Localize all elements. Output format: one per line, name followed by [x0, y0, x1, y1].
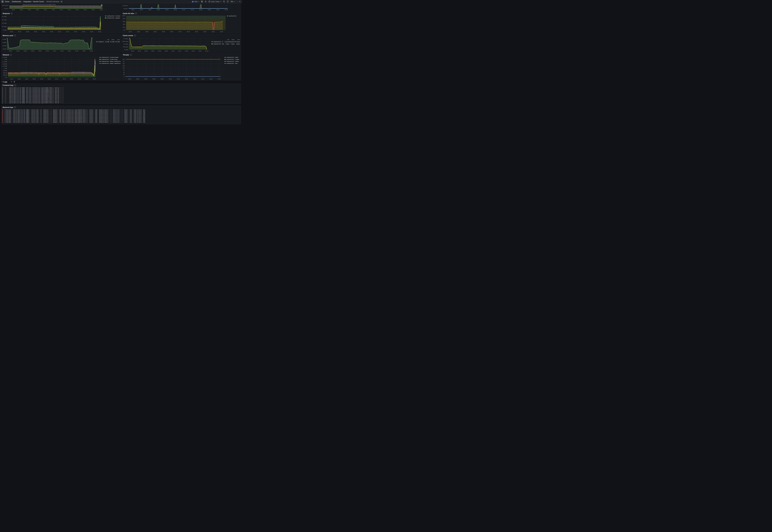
panel-sessions[interactable]: 0.2 sess/s0 sess/s08:4008:4508:5008:5509… [121, 3, 241, 11]
log-row[interactable]: >::1 - - [28/Jul/2023:13:37:30 +0000] "G… [2, 102, 240, 103]
log-expand-icon[interactable]: > [3, 95, 4, 96]
collapse-topbar-icon[interactable] [239, 1, 241, 2]
log-expand-icon[interactable]: > [3, 112, 4, 113]
log-expand-icon[interactable]: > [3, 122, 4, 123]
log-row[interactable]: >::1 - - [28/Jul/2023:13:37:30 +0000] "G… [2, 91, 240, 92]
refresh-button[interactable] [227, 1, 229, 2]
log-row[interactable]: >::1 - - [28/Jul/2023:13:37:30 +0000] "G… [2, 88, 240, 90]
log-row[interactable]: >{"Timestamp": "[28/Jul/2023:13:37:30 +0… [2, 120, 240, 122]
log-row[interactable]: >::1 - - [28/Jul/2023:13:37:30 +0000] "G… [2, 98, 240, 100]
info-icon[interactable]: i [130, 54, 132, 56]
log-expand-icon[interactable]: > [3, 88, 4, 90]
breadcrumb-dashboards[interactable]: Dashboards [12, 1, 21, 2]
log-row[interactable]: >{"Timestamp": "[28/Jul/2023:13:37:30 +0… [2, 114, 240, 115]
log-expand-icon[interactable]: > [3, 119, 4, 120]
legend-item[interactable]: localhost:9131 - default - Backend body [99, 62, 120, 64]
panel-header-cache-events[interactable]: Cache events i [122, 34, 241, 36]
log-row[interactable]: >::1 - - [28/Jul/2023:13:37:30 +0000] "G… [2, 90, 240, 91]
log-row[interactable]: >{"Timestamp": "[28/Jul/2023:13:37:30 +0… [2, 122, 240, 123]
save-dashboard-icon[interactable] [201, 1, 203, 2]
log-expand-icon[interactable]: > [3, 109, 4, 110]
log-row[interactable]: >{"Timestamp": "[28/Jul/2023:13:37:30 +0… [2, 110, 240, 112]
breadcrumb-folder[interactable]: Integration - Varnish Cache [23, 1, 44, 2]
log-row[interactable]: >{"Timestamp": "[28/Jul/2023:13:37:30 +0… [2, 119, 240, 120]
legend-item[interactable]: localhost:9131 - Failed [224, 56, 240, 58]
log-expand-icon[interactable]: > [3, 115, 4, 117]
log-row[interactable]: >::1 - - [28/Jul/2023:13:37:30 +0000] "G… [2, 93, 240, 94]
legend-item[interactable]: localhost:9131 - Frontend header [99, 56, 120, 58]
dashboard-settings-icon[interactable] [205, 1, 207, 2]
time-range-picker[interactable]: Last 1 hour [208, 1, 221, 2]
legend-item[interactable]: localhost:9131 - Backend [105, 17, 120, 19]
legend-item[interactable]: localhost:9131 - Expired0 ops/s598 ops/s… [211, 41, 240, 43]
log-row[interactable]: >{"Timestamp": "[28/Jul/2023:13:37:30 +0… [2, 117, 240, 118]
legend-item[interactable]: localhost:9131 - Frontend body [99, 58, 120, 60]
panel-header-backend-logs[interactable]: Backend logs i [1, 106, 241, 108]
info-icon[interactable]: i [135, 13, 137, 14]
add-panel-button[interactable]: Add [192, 1, 199, 2]
info-icon[interactable]: i [14, 35, 16, 36]
log-expand-icon[interactable]: > [3, 118, 4, 119]
log-row[interactable]: >::1 - - [28/Jul/2023:13:37:30 +0000] "G… [2, 87, 240, 88]
chart-plot-area[interactable]: 2K ops/s1.50K ops/s1K ops/s500 ops/s0 op… [129, 37, 210, 50]
chart-plot-area[interactable]: 0.2 sess/s0 sess/s08:4008:4508:5008:5509… [129, 4, 231, 9]
chart-plot-area[interactable]: 40 MB30 MB20 MB10 MB08:4008:4508:5008:55… [7, 37, 95, 50]
log-row[interactable]: >::1 - - [28/Jul/2023:13:37:30 +0000] "G… [2, 97, 240, 98]
logs-row-toggle[interactable]: Logs [2, 81, 7, 83]
info-icon[interactable]: i [134, 35, 136, 36]
log-expand-icon[interactable]: > [3, 113, 4, 114]
panel-header-threads[interactable]: Threads i [122, 53, 241, 56]
chart-plot-area[interactable]: 2.25 MB2 MB1.75 MB1.50 MB1.25 MB1 MB750 … [8, 57, 98, 78]
legend-item[interactable]: localhost:9131 - Limited [224, 60, 240, 62]
log-expand-icon[interactable]: > [3, 102, 4, 103]
legend-item[interactable]: localhost:9131 - Created [224, 58, 240, 60]
log-row[interactable]: >::1 - - [28/Jul/2023:13:37:30 +0000] "G… [2, 96, 240, 97]
log-expand-icon[interactable]: > [3, 117, 4, 118]
legend-item[interactable]: localhost:9131 - Nuked0 ops/s0 ops/s0 op… [211, 43, 240, 45]
log-expand-icon[interactable]: > [3, 92, 4, 93]
log-row[interactable]: >{"Timestamp": "[28/Jul/2023:13:37:30 +0… [2, 113, 240, 114]
refresh-interval-dropdown[interactable]: 30s [231, 1, 235, 2]
log-expand-icon[interactable]: > [3, 120, 4, 121]
legend-item[interactable]: localhost:9131 [227, 15, 240, 17]
log-expand-icon[interactable]: > [3, 97, 4, 98]
log-row[interactable]: >::1 - - [28/Jul/2023:13:37:30 +0000] "G… [2, 95, 240, 96]
chart-plot-area[interactable]: 1000 conn/s0 conn/s08:4008:4508:5008:550… [9, 4, 105, 9]
breadcrumb-home[interactable]: Home [5, 1, 9, 2]
row-settings-icon[interactable] [11, 81, 12, 83]
legend-item[interactable]: localhost:913111.6 MB31.9 MB53.2 MB [96, 41, 120, 43]
panel-header-network[interactable]: Network i [1, 53, 121, 56]
panel-header-requests[interactable]: Requests i [1, 12, 121, 14]
log-row[interactable]: >::1 - - [28/Jul/2023:13:37:30 +0000] "G… [2, 92, 240, 93]
log-expand-icon[interactable]: > [3, 90, 4, 91]
log-expand-icon[interactable]: > [3, 111, 4, 112]
menu-icon[interactable] [2, 1, 4, 2]
panel-header-frontend-logs[interactable]: Frontend logs i [1, 84, 241, 86]
legend-item[interactable]: localhost:9131 - Total [224, 62, 240, 64]
log-row[interactable]: >{"Timestamp": "[28/Jul/2023:13:37:30 +0… [2, 112, 240, 113]
log-row[interactable]: >::1 - - [28/Jul/2023:13:37:30 +0000] "G… [2, 101, 240, 102]
info-icon[interactable]: i [14, 106, 16, 108]
log-expand-icon[interactable]: > [3, 98, 4, 99]
row-delete-icon[interactable] [14, 81, 15, 83]
panel-header-memory-used[interactable]: Memory used i [1, 34, 121, 36]
log-expand-icon[interactable]: > [3, 87, 4, 88]
log-expand-icon[interactable]: > [3, 100, 4, 101]
chart-plot-area[interactable]: 200175150125100755025008:4008:4508:5008:… [126, 57, 223, 78]
log-row[interactable]: >{"Timestamp": "[28/Jul/2023:13:37:30 +0… [2, 115, 240, 117]
log-expand-icon[interactable]: > [3, 93, 4, 94]
zoom-out-icon[interactable] [223, 1, 225, 2]
legend-item[interactable]: localhost:9131 - Frontend [105, 15, 120, 17]
log-row[interactable]: >{"Timestamp": "[28/Jul/2023:13:37:30 +0… [2, 118, 240, 119]
info-icon[interactable]: i [10, 54, 12, 56]
chart-plot-area[interactable]: 100%80%60%40%20%0%08:4008:4508:5008:5509… [126, 15, 226, 31]
log-expand-icon[interactable]: > [3, 114, 4, 115]
chart-plot-area[interactable]: 4K req/s3K req/s2K req/s1K req/s0 req/s0… [8, 15, 104, 31]
log-expand-icon[interactable]: > [3, 101, 4, 102]
log-expand-icon[interactable]: > [3, 91, 4, 92]
log-row[interactable]: >::1 - - [28/Jul/2023:13:37:30 +0000] "G… [2, 100, 240, 101]
panel-client-connections[interactable]: 1000 conn/s0 conn/s08:4008:4508:5008:550… [1, 3, 121, 11]
legend-item[interactable]: localhost:9131 - default - Backend heade… [99, 60, 120, 62]
info-icon[interactable]: i [14, 84, 16, 86]
info-icon[interactable]: i [11, 13, 13, 14]
